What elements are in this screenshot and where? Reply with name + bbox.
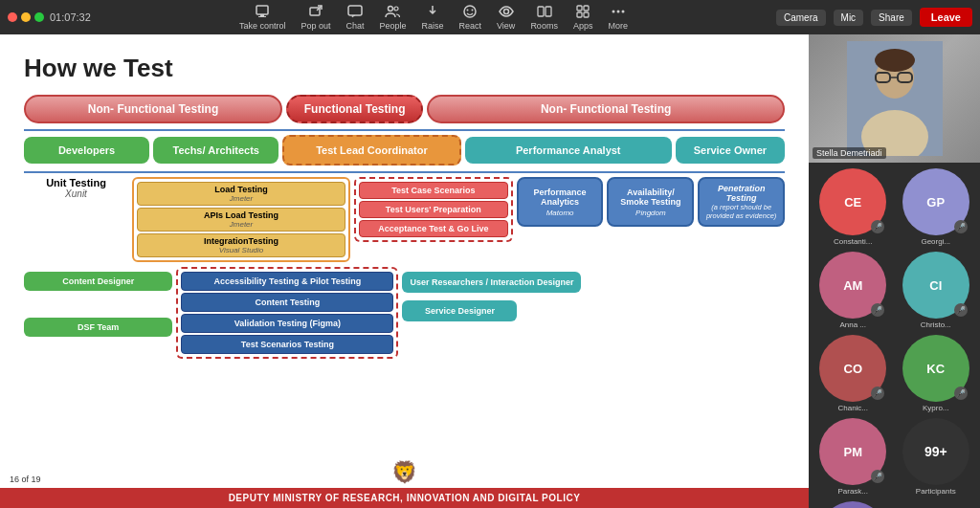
- load-testing-item-3: IntegrationTesting Visual Studio: [137, 233, 345, 257]
- load-testing-title: Load Testing: [142, 185, 341, 194]
- people-button[interactable]: People: [379, 4, 406, 31]
- take-control-button[interactable]: Take control: [239, 4, 286, 31]
- mic-icon-co: 🎤: [871, 387, 884, 400]
- participant-bubble-td[interactable]: TD: [819, 501, 886, 508]
- non-functional-left-header: Non- Functional Testing: [24, 95, 282, 123]
- unit-testing-box: Unit Testing Xunit: [24, 177, 128, 199]
- test-lead-role: Test Lead Coordinator: [282, 135, 460, 166]
- mic-icon-ci: 🎤: [954, 303, 968, 317]
- participant-td: TD: [814, 501, 892, 508]
- content-designer-label: Content Designer: [24, 272, 172, 291]
- top-bar: 01:07:32 Take control Pop out Chat Peopl…: [0, 0, 980, 34]
- participant-ci: CI 🎤 Christo...: [898, 252, 975, 329]
- traffic-lights: [8, 12, 44, 22]
- raise-button[interactable]: Raise: [421, 4, 443, 31]
- svg-rect-1: [260, 14, 264, 16]
- participants-count-wrapper: 99+ Participants: [898, 418, 975, 496]
- close-button[interactable]: [8, 12, 17, 22]
- apis-load-subtitle: Jmeter: [142, 220, 341, 229]
- participant-bubble-co[interactable]: CO 🎤: [819, 335, 886, 402]
- participant-bubble-am[interactable]: AM 🎤: [819, 252, 886, 319]
- svg-point-20: [621, 11, 624, 13]
- separator-line-1: [24, 129, 785, 131]
- video-placeholder: [809, 34, 980, 163]
- unit-testing-title: Unit Testing: [24, 177, 128, 188]
- integration-subtitle: Visual Studio: [142, 246, 341, 254]
- svg-rect-0: [256, 6, 268, 14]
- mic-icon-ce: 🎤: [871, 220, 884, 233]
- performance-tests-cluster: Performance Analytics Matomo Availabilit…: [517, 177, 785, 227]
- svg-point-10: [472, 10, 474, 11]
- acceptance-test: Acceptance Test & Go Live: [359, 220, 508, 237]
- share-button[interactable]: Share: [871, 10, 912, 26]
- bottom-functional-cluster: Accessibility Testing & Pilot Testing Co…: [176, 267, 398, 359]
- svg-point-27: [875, 49, 915, 72]
- performance-analytics: Performance Analytics Matomo: [517, 177, 604, 227]
- load-testing-subtitle: Jmeter: [142, 194, 341, 203]
- slide-content: How we Test Non- Functional Testing Func…: [0, 34, 809, 508]
- participant-co: CO 🎤 Chanic...: [814, 335, 892, 412]
- camera-button[interactable]: Camera: [776, 10, 826, 26]
- leave-button[interactable]: Leave: [920, 8, 972, 27]
- svg-point-8: [464, 6, 476, 17]
- svg-rect-16: [577, 12, 582, 17]
- bottom-section: Content Designer DSF Team Accessibility …: [24, 267, 785, 359]
- performance-analyst-role: Performance Analyst: [465, 137, 672, 164]
- svg-rect-14: [577, 6, 582, 11]
- penetration-testing: Penetration Testing (a report should be …: [698, 177, 785, 227]
- participant-bubble-pm[interactable]: PM 🎤: [819, 418, 886, 485]
- right-panel: Stella Demetriadi CE 🎤 Constanti... GP 🎤…: [809, 34, 980, 508]
- apps-button[interactable]: Apps: [573, 4, 593, 31]
- coat-of-arms: 🦁: [388, 455, 421, 489]
- svg-rect-2: [258, 16, 266, 17]
- content-row: Unit Testing Xunit Load Testing Jmeter A…: [24, 177, 785, 262]
- svg-point-11: [503, 10, 508, 14]
- participant-bubble-ci[interactable]: CI 🎤: [902, 252, 969, 319]
- participant-am: AM 🎤 Anna ...: [814, 252, 892, 329]
- svg-point-6: [389, 7, 393, 11]
- test-scenarios-testing: Test Scenarios Testing: [181, 335, 393, 354]
- apis-load-title: APIs Load Testing: [142, 210, 341, 220]
- react-button[interactable]: React: [459, 4, 482, 31]
- participant-ce: CE 🎤 Constanti...: [814, 168, 892, 246]
- rooms-button[interactable]: Rooms: [530, 4, 558, 31]
- developers-role: Developers: [24, 137, 149, 164]
- participant-bubble-ce[interactable]: CE 🎤: [819, 168, 886, 235]
- availability-smoke: Availability/ Smoke Testing Pingdom: [607, 177, 694, 227]
- slide: How we Test Non- Functional Testing Func…: [0, 34, 809, 508]
- participants-grid: CE 🎤 Constanti... GP 🎤 Georgi... AM 🎤 An…: [809, 163, 980, 508]
- left-labels: Content Designer DSF Team: [24, 267, 172, 337]
- service-designer-label: Service Designer: [402, 300, 517, 321]
- mic-icon-am: 🎤: [871, 303, 884, 317]
- test-case-scenarios: Test Case Scenarios: [359, 182, 508, 199]
- accessibility-testing: Accessibility Testing & Pilot Testing: [181, 272, 393, 291]
- svg-point-7: [394, 7, 398, 11]
- mic-icon-kc: 🎤: [954, 387, 968, 400]
- non-functional-right-header: Non- Functional Testing: [427, 95, 785, 123]
- pop-out-button[interactable]: Pop out: [301, 4, 330, 31]
- maximize-button[interactable]: [34, 12, 44, 22]
- svg-rect-12: [538, 7, 544, 16]
- chat-button[interactable]: Chat: [345, 4, 364, 31]
- participants-count-bubble[interactable]: 99+: [902, 418, 969, 485]
- presenter-name: Stella Demetriadi: [813, 147, 886, 159]
- svg-rect-13: [546, 7, 551, 16]
- diagram: Non- Functional Testing Functional Testi…: [24, 95, 785, 359]
- test-users-prep: Test Users' Preparation: [359, 201, 508, 218]
- video-feed: Stella Demetriadi: [809, 34, 980, 163]
- view-button[interactable]: View: [497, 4, 515, 31]
- load-testing-item-1: Load Testing Jmeter: [137, 182, 345, 206]
- functional-tests-cluster: Test Case Scenarios Test Users' Preparat…: [354, 177, 513, 242]
- mic-icon-pm: 🎤: [871, 470, 884, 483]
- slide-title: How we Test: [24, 54, 785, 83]
- svg-rect-5: [348, 6, 362, 15]
- mic-button[interactable]: Mic: [834, 10, 864, 26]
- participant-bubble-kc[interactable]: KC 🎤: [902, 335, 969, 402]
- presenter-video: [847, 41, 943, 156]
- load-testing-cluster: Load Testing Jmeter APIs Load Testing Jm…: [132, 177, 350, 262]
- more-button[interactable]: More: [608, 4, 628, 31]
- svg-rect-15: [584, 6, 589, 11]
- slide-page-number: 16 of 19: [10, 475, 41, 484]
- participant-bubble-gp[interactable]: GP 🎤: [902, 168, 969, 235]
- minimize-button[interactable]: [21, 12, 31, 22]
